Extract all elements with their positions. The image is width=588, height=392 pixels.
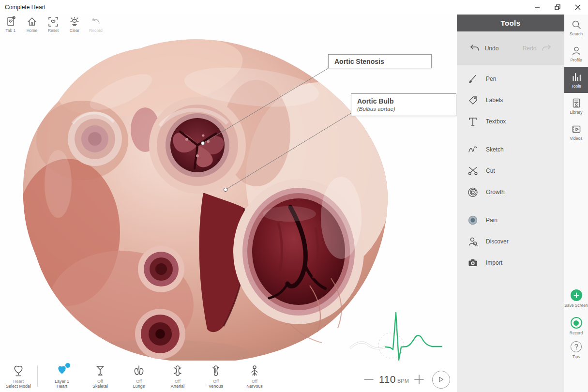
undo-button[interactable]: Undo — [457, 44, 511, 53]
bpm-value: 110 — [379, 374, 396, 385]
arterial-toggle[interactable]: Off Arterial — [158, 361, 197, 389]
close-button[interactable] — [568, 0, 588, 15]
rail-label: Profile — [570, 58, 582, 62]
right-rail: Search Profile Tools Library Videos Save… — [564, 15, 588, 392]
rail-profile[interactable]: Profile — [564, 41, 588, 67]
layer-state: Off — [136, 379, 142, 384]
layer-state: Layer 1 — [55, 379, 69, 384]
rail-label: Search — [570, 31, 583, 36]
tool-group-gap — [457, 132, 564, 139]
select-model-heart-icon — [12, 364, 25, 377]
minus-icon — [363, 374, 374, 385]
bpm-decrease-button[interactable] — [363, 374, 375, 385]
toolbar-tab1-button[interactable]: Tab 1 — [0, 15, 21, 37]
venous-system-icon — [210, 364, 222, 377]
nervous-toggle[interactable]: Off Nervous — [235, 361, 274, 389]
annotation-aortic-bulb[interactable]: Aortic Bulb (Bulbus aortae) — [351, 93, 456, 116]
titlebar: Complete Heart — [0, 0, 588, 15]
bpm-unit: BPM — [397, 376, 409, 384]
rail-label: Videos — [570, 136, 583, 141]
record-button[interactable]: Record — [564, 317, 588, 335]
tool-label: Growth — [486, 189, 505, 196]
tips-question-icon — [571, 341, 582, 352]
window-title: Complete Heart — [5, 4, 45, 11]
rail-label: Library — [570, 110, 583, 115]
tool-sketch[interactable]: Sketch — [457, 139, 564, 160]
layer-label: Venous — [209, 384, 223, 389]
tool-label: Labels — [486, 97, 503, 104]
layer-label: Select Model — [6, 384, 31, 389]
tool-labels[interactable]: Labels — [457, 90, 564, 111]
tool-list: Pen Labels Textbox Sketch Cut Growth — [457, 65, 564, 273]
tools-panel: Tools Undo Redo Pen Labels Text — [457, 15, 564, 392]
save-screen-button[interactable]: Save Screen — [564, 289, 588, 308]
layer-state: Off — [252, 379, 257, 384]
save-screen-label: Save Screen — [564, 303, 588, 308]
tool-import[interactable]: Import — [457, 252, 564, 273]
clear-icon — [69, 16, 80, 28]
toolbar-reset-button[interactable]: Reset — [43, 15, 64, 37]
bpm-controls: 110 BPM — [363, 367, 450, 392]
lungs-toggle[interactable]: Off Lungs — [120, 361, 158, 389]
tool-pen[interactable]: Pen — [457, 68, 564, 90]
restore-icon — [554, 4, 561, 11]
cut-icon — [467, 166, 478, 176]
layer-label: Lungs — [133, 384, 145, 389]
discover-icon — [467, 236, 478, 247]
growth-icon — [467, 187, 478, 197]
layer-label: Nervous — [246, 384, 263, 389]
tool-pain[interactable]: Pain — [457, 210, 564, 231]
layer-state: Off — [97, 379, 103, 384]
tool-discover[interactable]: Discover — [457, 231, 564, 252]
toolbar-home-button[interactable]: Home — [21, 15, 43, 37]
toolbar-reset-label: Reset — [48, 28, 59, 33]
toolbar-record-button[interactable]: Record — [85, 15, 106, 37]
textbox-icon — [467, 116, 478, 127]
layer1-heart-button[interactable]: Layer 1 Heart — [43, 361, 81, 389]
toolbar-clear-button[interactable]: Clear — [64, 15, 85, 37]
tool-label: Cut — [486, 167, 495, 174]
heart-model[interactable] — [15, 24, 393, 361]
rail-label: Tools — [572, 84, 581, 89]
skeletal-toggle[interactable]: Off Skeletal — [81, 361, 120, 389]
bottom-bar: Heart Select Model Layer 1 Heart Off Ske… — [0, 361, 457, 392]
rail-library[interactable]: Library — [564, 93, 588, 119]
window-controls — [527, 0, 588, 15]
search-icon — [571, 19, 582, 30]
redo-button[interactable]: Redo — [511, 44, 564, 53]
layer-label: Skeletal — [92, 384, 108, 389]
toolbar-tab1-label: Tab 1 — [6, 28, 16, 33]
bpm-increase-button[interactable] — [413, 374, 425, 385]
tools-panel-header: Tools — [457, 15, 564, 31]
rail-tools[interactable]: Tools — [564, 67, 588, 93]
tool-growth[interactable]: Growth — [457, 181, 564, 203]
redo-label: Redo — [523, 45, 537, 52]
tool-cut[interactable]: Cut — [457, 160, 564, 181]
toolbar-record-label: Record — [89, 28, 102, 33]
layer-state: Heart — [13, 379, 24, 384]
annotation-sublabel: (Bulbus aortae) — [357, 106, 450, 112]
close-icon — [574, 4, 581, 11]
layer-label: Heart — [57, 384, 67, 389]
tool-textbox[interactable]: Textbox — [457, 111, 564, 132]
rail-videos[interactable]: Videos — [564, 119, 588, 145]
rail-search[interactable]: Search — [564, 15, 588, 41]
plus-icon — [414, 374, 424, 385]
annotation-aortic-stenosis[interactable]: Aortic Stenosis — [328, 54, 432, 68]
annotation-label: Aortic Bulb — [357, 97, 450, 105]
minimize-icon — [534, 4, 541, 11]
layer-state: Off — [175, 379, 181, 384]
minimize-button[interactable] — [527, 0, 547, 15]
select-model-button[interactable]: Heart Select Model — [0, 361, 38, 389]
labels-icon — [467, 95, 478, 106]
reset-icon — [47, 16, 59, 28]
record-icon — [571, 317, 582, 329]
tools-sliders-icon — [571, 72, 582, 82]
restore-button[interactable] — [547, 0, 568, 15]
play-button[interactable] — [432, 371, 450, 389]
tips-button[interactable]: Tips — [564, 341, 588, 359]
venous-toggle[interactable]: Off Venous — [196, 361, 235, 389]
tool-label: Pain — [486, 217, 498, 224]
tool-label: Discover — [486, 238, 509, 245]
videos-icon — [571, 124, 582, 135]
